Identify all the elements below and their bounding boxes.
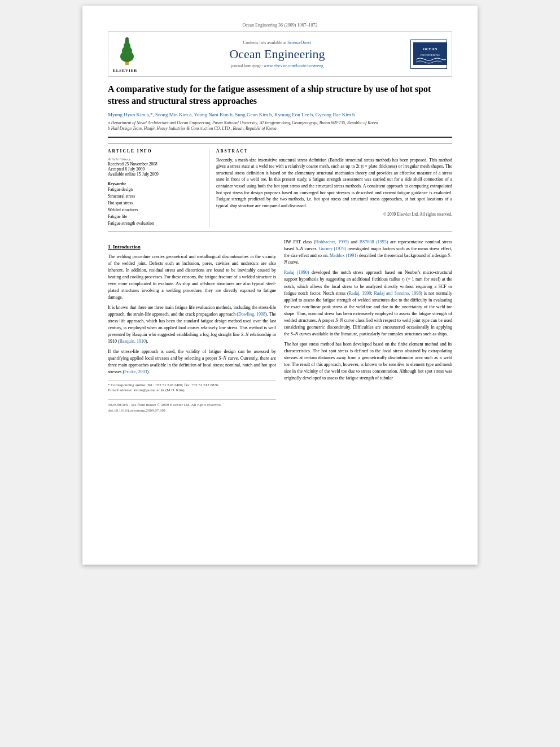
abstract-label: ABSTRACT	[216, 148, 452, 154]
svg-text:ENGINEERING: ENGINEERING	[421, 54, 440, 56]
body-col-right: IIW FAT class (Hobbacher, 1995) and BS76…	[284, 239, 452, 414]
right-para-1: IIW FAT class (Hobbacher, 1995) and BS76…	[284, 239, 452, 266]
keyword-1: Fatigue design	[108, 186, 203, 193]
authors: Myung Hyun Kim a,*, Seong Min Kim a, You…	[108, 112, 452, 117]
body-para-2: It is known that there are three main fa…	[108, 304, 276, 345]
journal-header-center: Contents lists available at ScienceDirec…	[150, 40, 405, 68]
doi-line: doi:10.1016/j.oceaneng.2009.07.001	[108, 408, 276, 413]
ref-maddox[interactable]: Maddox (1991)	[330, 253, 358, 258]
body-content: 1. Introduction The welding procedure cr…	[108, 239, 452, 414]
page: Ocean Engineering 36 (2009) 1067–1072 EL…	[82, 6, 478, 565]
sciencedirect-link[interactable]: ScienceDirect	[287, 40, 311, 45]
ref-basquin[interactable]: Basquin, 1910	[120, 339, 146, 344]
keyword-2: Structural stress	[108, 193, 203, 200]
body-para-3: If the stress-life approach is used, the…	[108, 348, 276, 375]
ref-hobbacher[interactable]: Hobbacher, 1995	[316, 239, 347, 244]
ref-bs7608[interactable]: BS7608 (1993)	[360, 239, 388, 244]
keyword-3: Hot spot stress	[108, 200, 203, 207]
elsevier-brand: ELSEVIER	[113, 68, 144, 73]
keywords-section: Keywords: Fatigue design Structural stre…	[108, 181, 203, 227]
affiliation-b: b Hull Design Team, Hanjin Heavy Industr…	[108, 126, 452, 132]
elsevier-logo: ELSEVIER	[113, 35, 144, 73]
accepted-date: Accepted 6 July 2009	[108, 167, 203, 172]
ref-radaj1990[interactable]: Radaj (1990)	[284, 270, 309, 275]
ref-gurney[interactable]: Gurney (1979)	[319, 246, 346, 251]
article-info-column: ARTICLE INFO Article history: Received 2…	[108, 148, 209, 227]
available-date: Available online 15 July 2009	[108, 172, 203, 177]
footnote-corresponding: * Corresponding author. Tel.: +82 51 510…	[108, 383, 276, 388]
section1-heading: 1. Introduction	[108, 243, 276, 251]
history-label: Article history:	[108, 157, 203, 161]
keyword-6: Fatigue strength evaluation	[108, 220, 203, 227]
homepage-url[interactable]: www.elsevier.com/locate/oceaneng	[264, 63, 323, 68]
elsevier-tree-svg	[113, 35, 141, 66]
abstract-column: ABSTRACT Recently, a mesh-size insensiti…	[216, 148, 452, 227]
ocean-logo-graphic: OCEAN ENGINEERING	[413, 42, 447, 65]
keyword-4: Welded structures	[108, 207, 203, 213]
journal-title: Ocean Engineering	[150, 47, 405, 62]
ref-radaj-sonsino[interactable]: Radaj and Sonsino, 1998	[374, 291, 421, 296]
contents-available: Contents lists available at ScienceDirec…	[150, 40, 405, 45]
right-para-2: Radaj (1990) developed the notch stress …	[284, 269, 452, 338]
keywords-label: Keywords:	[108, 181, 203, 186]
footnote-email: E-mail address: kimm@pusan.ac.kr (M.H. K…	[108, 388, 276, 394]
affiliation-a: a Department of Naval Architecture and O…	[108, 120, 452, 126]
section1-number: 1. Introduction	[108, 244, 141, 250]
journal-homepage: journal homepage: www.elsevier.com/locat…	[150, 63, 405, 68]
journal-meta-top: Ocean Engineering 36 (2009) 1067–1072	[108, 23, 452, 28]
article-info-abstract: ARTICLE INFO Article history: Received 2…	[108, 143, 452, 232]
article-title: A comparative study for the fatigue asse…	[108, 84, 452, 107]
article-title-section: A comparative study for the fatigue asse…	[108, 84, 452, 138]
copyright-line: © 2009 Elsevier Ltd. All rights reserved…	[216, 212, 452, 217]
received-date: Received 25 November 2008	[108, 161, 203, 167]
article-info-label: ARTICLE INFO	[108, 148, 203, 154]
svg-text:OCEAN: OCEAN	[423, 47, 437, 51]
right-para-3: The hot spot stress method has been deve…	[284, 341, 452, 382]
footnote-section: * Corresponding author. Tel.: +82 51 510…	[108, 380, 276, 394]
ref-dowling[interactable]: Dowling, 1998	[238, 312, 265, 317]
bottom-info: 0029-8018/$ - see front matter © 2009 El…	[108, 399, 276, 413]
journal-header: ELSEVIER Contents lists available at Sci…	[108, 31, 452, 77]
body-para-1: The welding procedure creates geometrica…	[108, 254, 276, 301]
keyword-5: Fatigue life	[108, 213, 203, 220]
ref-fricke[interactable]: Fricke, 2003	[124, 369, 147, 374]
journal-citation: Ocean Engineering 36 (2009) 1067–1072	[243, 23, 318, 28]
body-col-left: 1. Introduction The welding procedure cr…	[108, 239, 276, 414]
ocean-engineering-logo: OCEAN ENGINEERING	[410, 40, 447, 69]
article-history: Article history: Received 25 November 20…	[108, 157, 203, 177]
ref-radaj2[interactable]: Radaj, 1990	[349, 291, 371, 296]
abstract-text: Recently, a mesh-size insensitive struct…	[216, 157, 452, 209]
svg-point-5	[125, 37, 129, 41]
issn-line: 0029-8018/$ - see front matter © 2009 El…	[108, 402, 276, 408]
